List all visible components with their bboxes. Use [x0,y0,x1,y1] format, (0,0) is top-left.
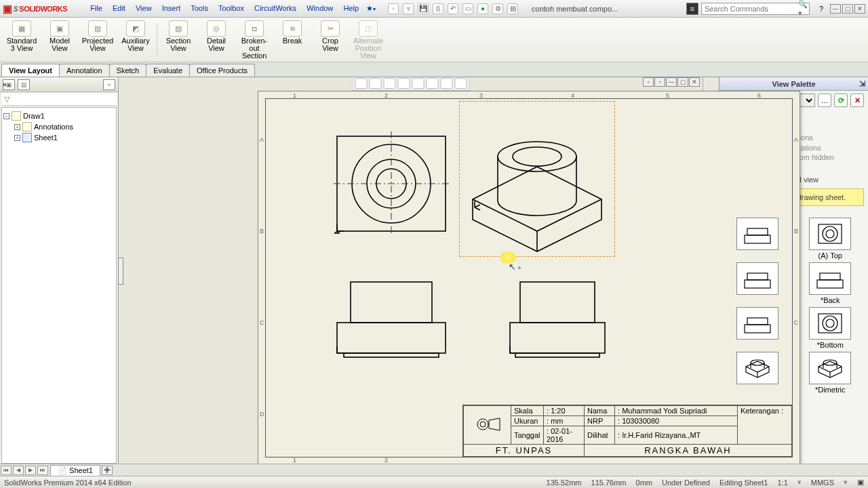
sheet-icon[interactable]: ▤ [507,3,518,14]
cmd-search-toggle[interactable]: ≡ [686,3,698,15]
save-icon[interactable]: 💾 [418,3,429,14]
status-y: 115.76mm [591,479,627,487]
cmd-brokenout-section[interactable]: ◘Broken-outSection [235,19,273,61]
sheet-nav-first[interactable]: ⏮ [1,466,12,475]
hud-hide-icon[interactable] [426,78,438,89]
cmd-standard-3view[interactable]: ▦Standard3 View [3,19,41,54]
drawing-view-right[interactable] [507,279,608,360]
vp-refresh-button[interactable]: ⟳ [834,94,848,107]
vp-view-bottom[interactable]: *Bottom [795,307,866,349]
hud-edit-icon[interactable] [440,78,452,89]
menu-insert[interactable]: Insert [162,4,181,12]
menu-circuitworks[interactable]: CircuitWorks [254,4,296,12]
drawing-view-front[interactable] [334,279,449,360]
fm-tab-2[interactable]: ▤ [18,79,30,90]
tree-sheet1[interactable]: + Sheet1 [3,132,115,143]
splitter-handle[interactable] [118,258,123,285]
vp-view-top[interactable]: (A) Top [795,218,866,260]
drawing-sheet[interactable]: 1 2 3 4 5 6 1 2 A A B B C C D [258,91,800,465]
select-icon[interactable]: ▭ [462,3,473,14]
help-icon[interactable]: ? [819,5,823,13]
rebuild-icon[interactable]: ● [477,3,488,14]
tree-root[interactable]: − Draw1 [3,110,115,121]
drawing-view-top[interactable] [334,133,449,235]
zone-top-2: 2 [384,92,388,99]
status-scale[interactable]: 1:1 [777,479,787,487]
undo-icon[interactable]: ↶ [448,3,458,14]
vp-collapse-icon[interactable]: « [3,80,7,88]
menu-view[interactable]: View [136,4,152,12]
sheet-nav-last[interactable]: ⏭ [37,466,48,475]
filter-icon[interactable]: ▽ [4,95,9,104]
close-button[interactable]: ✕ [854,4,865,14]
search-icon[interactable]: 🔍▾ [798,0,808,18]
viewport-tile2-icon[interactable]: ▫ [654,77,665,87]
cmd-projected-view[interactable]: ▥ProjectedView [79,19,117,54]
zone-top-6: 6 [757,92,761,99]
open-icon[interactable]: ▿ [403,3,414,14]
menu-tools[interactable]: Tools [191,4,208,12]
menu-help[interactable]: Help [343,4,359,12]
tab-evaluate[interactable]: Evaluate [146,64,190,77]
command-manager-tabs: View Layout Annotation Sketch Evaluate O… [0,62,868,77]
hud-section-icon[interactable] [397,78,410,89]
sheet-nav-next[interactable]: ▶ [25,466,36,475]
svg-point-20 [826,230,834,238]
status-units[interactable]: MMGS [811,479,834,487]
cmd-crop-view[interactable]: ✂CropView [311,19,349,54]
hud-zoomfit-icon[interactable] [355,78,367,89]
cmd-detail-view[interactable]: ◎DetailView [197,19,235,54]
minimize-button[interactable]: — [830,4,841,14]
sheet-tab-1[interactable]: 📄 Sheet1 [50,465,100,476]
hud-appearance-icon[interactable] [454,78,467,89]
vp-close-button[interactable]: ✕ [850,94,864,107]
status-record-icon[interactable]: ▣ [857,478,864,487]
search-input[interactable] [705,5,798,13]
title-block: Skala: 1:20 Nama: Muhammad Yodi Supriadi… [462,405,792,457]
sheet-add[interactable]: ➕ [102,466,113,475]
maximize-button[interactable]: ▢ [842,4,853,14]
mdi-min-icon[interactable]: — [666,77,677,87]
status-editing: Editing Sheet1 [719,479,768,487]
drawing-view-isometric[interactable] [462,119,612,255]
feature-manager: ▣ ▤ » ▽ − Draw1 + Annotations + Sheet1 [0,77,119,465]
status-x: 135.52mm [547,479,582,487]
vp-view-dimetric[interactable]: *Dimetric [795,352,866,394]
menu-file[interactable]: File [90,4,102,12]
command-search[interactable]: 🔍▾ [701,3,810,15]
vp-view-back[interactable]: *Back [795,262,866,304]
viewport-tile1-icon[interactable]: ▫ [643,77,654,87]
tab-office-products[interactable]: Office Products [189,64,255,77]
cmd-model-view[interactable]: ▣ModelView [41,19,79,54]
svg-point-30 [751,360,764,365]
drawing-canvas[interactable]: ▫ ▫ — ▢ ✕ 1 2 3 4 5 6 1 2 A A B [119,77,703,465]
zone-side-d: D [260,411,264,418]
sheet-tab-bar: ⏮ ◀ ▶ ⏭ 📄 Sheet1 ➕ [0,464,868,476]
menu-window[interactable]: Window [307,4,333,12]
options-icon[interactable]: ⚙ [492,3,503,14]
vp-browse-button[interactable]: … [818,94,831,107]
svg-point-29 [826,319,834,327]
tab-annotation[interactable]: Annotation [59,64,110,77]
print-icon[interactable]: ⎙ [433,3,443,14]
status-z: 0mm [636,479,652,487]
svg-rect-23 [820,273,840,280]
mdi-close-icon[interactable]: ✕ [689,77,700,87]
tab-view-layout[interactable]: View Layout [1,64,60,77]
svg-point-15 [480,422,486,427]
cmd-break[interactable]: ≋Break [273,19,311,46]
menu-toolbox[interactable]: Toolbox [218,4,244,12]
sheet-nav-prev[interactable]: ◀ [13,466,24,475]
fm-expand[interactable]: » [103,79,115,90]
new-icon[interactable]: ▫ [388,3,399,14]
mdi-max-icon[interactable]: ▢ [677,77,688,87]
hud-prev-icon[interactable] [383,78,395,89]
cmd-auxiliary-view[interactable]: ◩AuxiliaryView [117,19,155,54]
tree-annotations[interactable]: + Annotations [3,121,115,132]
hud-display-icon[interactable] [412,78,424,89]
tab-sketch[interactable]: Sketch [109,64,147,77]
hud-zoomarea-icon[interactable] [369,78,381,89]
cmd-section-view[interactable]: ▨SectionView [159,19,197,54]
vp-pin-icon[interactable]: ⇲ [859,79,865,88]
menu-edit[interactable]: Edit [113,4,125,12]
